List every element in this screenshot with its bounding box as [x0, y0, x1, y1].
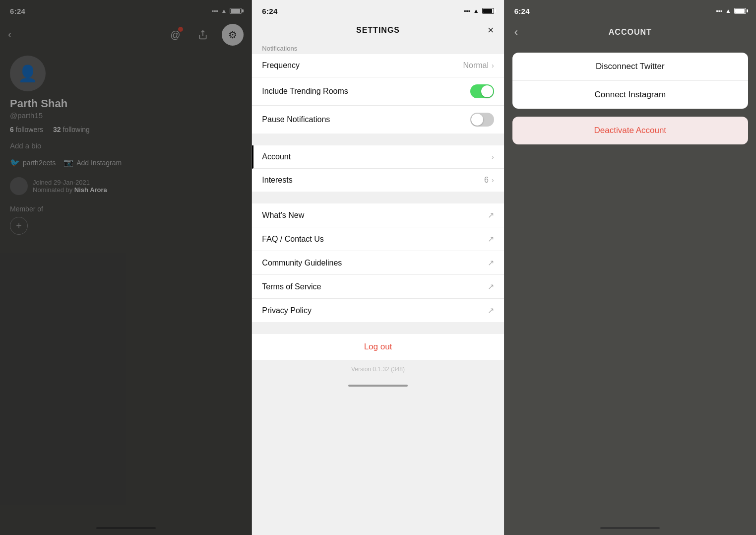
settings-panel: 6:24 ▪▪▪ ▲ SETTINGS × Notifications Freq…	[252, 0, 504, 535]
faq-ext-icon: ↗	[488, 234, 494, 244]
dim-overlay	[0, 0, 252, 535]
logout-button[interactable]: Log out	[252, 334, 504, 360]
social-connections-card: Disconnect Twitter Connect Instagram	[512, 53, 748, 109]
version-text: Version 0.1.32 (348)	[252, 360, 504, 379]
terms-row[interactable]: Terms of Service ↗	[252, 275, 504, 299]
notifications-section: Notifications Frequency Normal › Include…	[252, 41, 504, 134]
divider-2	[252, 192, 504, 203]
wifi-icon-a: ▲	[725, 7, 731, 14]
trending-toggle[interactable]	[470, 84, 494, 98]
close-button[interactable]: ×	[488, 24, 494, 37]
account-label: Account	[262, 152, 492, 161]
terms-label: Terms of Service	[262, 282, 487, 291]
toggle-knob-pause	[471, 114, 483, 126]
signal-icon-a: ▪▪▪	[716, 7, 722, 14]
home-bar-settings	[348, 385, 408, 387]
toggle-knob-trending	[481, 85, 493, 97]
account-header: ‹ ACCOUNT	[504, 22, 756, 45]
disconnect-twitter-button[interactable]: Disconnect Twitter	[512, 53, 748, 81]
privacy-label: Privacy Policy	[262, 306, 487, 315]
community-label: Community Guidelines	[262, 259, 487, 268]
account-row[interactable]: Account ›	[252, 145, 504, 169]
privacy-ext-icon: ↗	[488, 306, 494, 315]
profile-panel: 6:24 ▪▪▪ ▲ ‹ @ ⚙ 👤 Parth Shah @parth15	[0, 0, 252, 535]
frequency-value: Normal	[463, 61, 489, 70]
pause-label: Pause Notifications	[262, 115, 470, 124]
home-indicator-account	[504, 521, 756, 535]
account-panel: 6:24 ▪▪▪ ▲ ‹ ACCOUNT Disconnect Twitter …	[504, 0, 756, 535]
interests-row[interactable]: Interests 6 ›	[252, 169, 504, 192]
notifications-card: Frequency Normal › Include Trending Room…	[252, 54, 504, 134]
frequency-row[interactable]: Frequency Normal ›	[252, 54, 504, 77]
community-ext-icon: ↗	[488, 258, 494, 268]
deactivate-button[interactable]: Deactivate Account	[512, 117, 748, 144]
trending-label: Include Trending Rooms	[262, 87, 470, 96]
pause-toggle[interactable]	[470, 113, 494, 127]
logout-card: Log out	[252, 334, 504, 360]
account-content: Disconnect Twitter Connect Instagram Dea…	[504, 45, 756, 152]
notifications-section-label: Notifications	[252, 41, 504, 54]
wifi-icon-s: ▲	[473, 7, 479, 14]
settings-header: SETTINGS ×	[252, 22, 504, 41]
divider-1	[252, 134, 504, 145]
divider-3	[252, 322, 504, 334]
status-icons-account: ▪▪▪ ▲	[716, 7, 746, 14]
battery-icon-s	[482, 8, 494, 14]
interests-count: 6	[484, 176, 489, 185]
trending-row[interactable]: Include Trending Rooms	[252, 77, 504, 106]
faq-row[interactable]: FAQ / Contact Us ↗	[252, 227, 504, 251]
signal-icon-s: ▪▪▪	[464, 7, 470, 14]
connect-instagram-button[interactable]: Connect Instagram	[512, 81, 748, 109]
interests-chevron: ›	[492, 176, 494, 184]
faq-label: FAQ / Contact Us	[262, 235, 487, 244]
account-chevron: ›	[492, 153, 494, 161]
terms-ext-icon: ↗	[488, 282, 494, 291]
battery-icon-a	[734, 8, 746, 14]
settings-title: SETTINGS	[356, 26, 400, 35]
links-card: What's New ↗ FAQ / Contact Us ↗ Communit…	[252, 203, 504, 322]
home-bar-account	[600, 527, 660, 529]
account-title: ACCOUNT	[609, 28, 652, 37]
privacy-row[interactable]: Privacy Policy ↗	[252, 299, 504, 322]
frequency-chevron: ›	[492, 62, 494, 69]
whats-new-ext-icon: ↗	[488, 210, 494, 220]
account-back-button[interactable]: ‹	[514, 26, 518, 39]
frequency-label: Frequency	[262, 61, 463, 70]
pause-row[interactable]: Pause Notifications	[252, 106, 504, 134]
status-time-settings: 6:24	[262, 7, 277, 15]
status-time-account: 6:24	[514, 7, 530, 15]
status-bar-account: 6:24 ▪▪▪ ▲	[504, 0, 756, 22]
status-bar-settings: 6:24 ▪▪▪ ▲	[252, 0, 504, 22]
community-row[interactable]: Community Guidelines ↗	[252, 251, 504, 275]
whats-new-label: What's New	[262, 211, 487, 220]
interests-label: Interests	[262, 176, 484, 185]
home-indicator-settings	[252, 379, 504, 393]
whats-new-row[interactable]: What's New ↗	[252, 203, 504, 227]
status-icons-settings: ▪▪▪ ▲	[464, 7, 494, 14]
account-interests-card: Account › Interests 6 ›	[252, 145, 504, 192]
deactivate-card: Deactivate Account	[512, 117, 748, 144]
